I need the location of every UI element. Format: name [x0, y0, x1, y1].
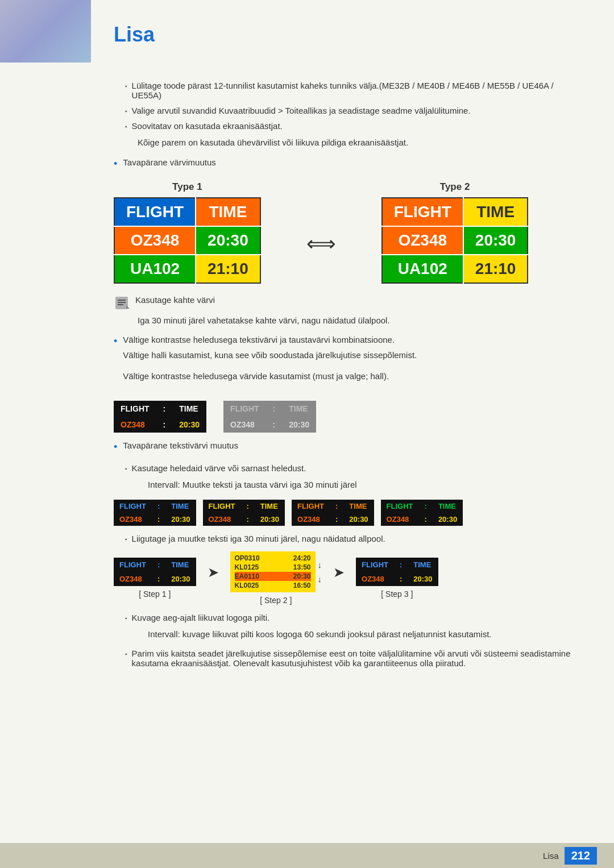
step1-oz: OZ348	[114, 572, 152, 586]
v4-time: TIME	[433, 500, 463, 513]
scroll-arrows: ↓ ↓	[318, 560, 322, 584]
extra-text-1: Kõige parem on kasutada ühevärvilist või…	[114, 136, 580, 149]
scroll-flight-2: KL0125	[235, 563, 259, 571]
scroll-flight-4: KL0025	[235, 582, 259, 589]
step1-colon: :	[152, 558, 165, 572]
black-time-cell: 20:30	[172, 417, 206, 433]
v1-time: TIME	[165, 500, 196, 513]
v3-time-val: 20:30	[343, 513, 374, 526]
scroll-row-3: EA0110 20:30	[235, 572, 311, 581]
sub-item-1: Lülitage toode pärast 12-tunnilist kasut…	[114, 81, 580, 100]
v3-data-colon: :	[330, 513, 343, 526]
type1-ua-row: UA102 21:10	[114, 255, 260, 283]
v4-flight: FLIGHT	[381, 500, 419, 513]
type2-oz-row: OZ348 20:30	[382, 226, 528, 255]
v1-flight: FLIGHT	[114, 500, 152, 513]
section5-sub-1-text: Kuvage aeg-ajalt liikuvat logoga pilti.	[132, 613, 270, 622]
svg-rect-2	[118, 302, 126, 303]
type2-ua-row: UA102 21:10	[382, 255, 528, 283]
black-oz-cell: OZ348	[114, 417, 156, 433]
gray-time-cell: 20:30	[282, 417, 316, 433]
step2-content: OP0310 24:20 KL0125 13:50 EA0110 20:30	[230, 551, 322, 592]
page-title: Lisa	[114, 23, 580, 47]
v1-colon: :	[152, 500, 165, 513]
note-row: Kasutage kahte värvi	[114, 295, 580, 311]
page-footer: Lisa 212	[0, 843, 614, 868]
gray-header-colon: :	[266, 401, 283, 417]
v3-colon: :	[330, 500, 343, 513]
v2-colon: :	[240, 500, 254, 513]
section4-sub-1: Liigutage ja muutke teksti iga 30 minuti…	[114, 534, 580, 543]
step1-time: TIME	[165, 558, 196, 572]
gray-header-row: FLIGHT : TIME	[223, 401, 316, 417]
type1-2030-cell: 20:30	[196, 226, 260, 255]
arrow-between: ⟺	[306, 232, 336, 256]
v4-time-val: 20:30	[433, 513, 463, 526]
section5-extra: Intervall: kuvage liikuvat pilti koos lo…	[114, 628, 580, 641]
type2-table: FLIGHT TIME OZ348 20:30 UA102 21:10	[381, 197, 529, 284]
v2-oz: OZ348	[203, 513, 241, 526]
section3-sub-1-text: Kasutage heledaid värve või sarnast hele…	[132, 463, 306, 473]
step1-item: FLIGHT : TIME OZ348 : 20:30 [ Step 1 ]	[114, 558, 196, 599]
black-data-row: OZ348 : 20:30	[114, 417, 206, 433]
sub-item-2-text: Valige arvutil suvandid Kuvaatribuudid >…	[132, 106, 471, 115]
v4-oz: OZ348	[381, 513, 419, 526]
v1-oz: OZ348	[114, 513, 152, 526]
svg-rect-1	[118, 300, 126, 301]
v3-flight: FLIGHT	[292, 500, 330, 513]
type2-flight-cell: FLIGHT	[382, 198, 463, 226]
v1-data-row: OZ348 : 20:30	[114, 513, 196, 526]
step3-data-colon: :	[394, 572, 408, 586]
footer-content: Lisa 212	[543, 847, 597, 865]
type-comparison: Type 1 FLIGHT TIME OZ348 20:30 UA102 21:…	[114, 181, 580, 284]
v3-time: TIME	[343, 500, 374, 513]
scroll-time-2: 13:50	[293, 563, 311, 571]
main-bullet-2-content: Vältige kontrastse heledusega tekstivärv…	[123, 335, 417, 391]
step1-time-val: 20:30	[165, 572, 196, 586]
section5-sub-1: Kuvage aeg-ajalt liikuvat logoga pilti.	[114, 613, 580, 622]
svg-rect-3	[118, 304, 123, 305]
section3-interval: Intervall: Muutke teksti ja tausta värvi…	[114, 479, 580, 492]
v2-flight: FLIGHT	[203, 500, 241, 513]
step2-item: OP0310 24:20 KL0125 13:50 EA0110 20:30	[230, 551, 322, 605]
type1-header-row: FLIGHT TIME	[114, 198, 260, 226]
header-accent	[0, 0, 91, 63]
type2-2110-cell: 21:10	[463, 255, 528, 283]
note-svg	[114, 295, 130, 311]
steps-row: FLIGHT : TIME OZ348 : 20:30 [ Step 1 ] ➤	[114, 551, 580, 605]
variant3-table: FLIGHT : TIME OZ348 : 20:30	[292, 500, 374, 526]
type2-block: Type 2 FLIGHT TIME OZ348 20:30 UA102 21:…	[381, 181, 529, 284]
section2-line1: Vältige halli kasutamist, kuna see võib …	[123, 349, 417, 362]
type1-oz-cell: OZ348	[114, 226, 196, 255]
color-cycle-row: FLIGHT : TIME OZ348 : 20:30 FLIGHT : TIM…	[114, 500, 580, 526]
arrow-right-2: ➤	[333, 564, 345, 580]
main-bullet-3: Tavapärane tekstivärvi muutus	[114, 441, 580, 453]
type1-label: Type 1	[172, 181, 202, 193]
type1-time-cell: TIME	[196, 198, 260, 226]
scroll-row-2: KL0125 13:50	[235, 563, 311, 572]
scroll-time-1: 24:20	[293, 554, 311, 562]
black-version-table: FLIGHT : TIME OZ348 : 20:30	[114, 401, 206, 433]
section6-sub-list: Parim viis kaitsta seadet järelkujutise …	[114, 649, 580, 668]
v1-data-colon: :	[152, 513, 165, 526]
v2-header-row: FLIGHT : TIME	[203, 500, 285, 513]
v2-data-colon: :	[240, 513, 254, 526]
scroll-flight-1: OP0310	[235, 554, 260, 562]
down-arrow-1: ↓	[318, 560, 322, 570]
step1-table: FLIGHT : TIME OZ348 : 20:30	[114, 558, 196, 586]
v4-header-row: FLIGHT : TIME	[381, 500, 463, 513]
section4-sub-list: Liigutage ja muutke teksti iga 30 minuti…	[114, 534, 580, 543]
small-flight-section: FLIGHT : TIME OZ348 : 20:30 FLIGHT : TIM…	[114, 401, 580, 433]
v4-colon: :	[419, 500, 433, 513]
gray-oz-cell: OZ348	[223, 417, 266, 433]
variant2-table: FLIGHT : TIME OZ348 : 20:30	[203, 500, 285, 526]
section6-sub-1-text: Parim viis kaitsta seadet järelkujutise …	[132, 649, 580, 668]
footer-page-number: 212	[565, 847, 597, 865]
section4-sub-1-text: Liigutage ja muutke teksti iga 30 minuti…	[132, 534, 385, 543]
type1-block: Type 1 FLIGHT TIME OZ348 20:30 UA102 21:…	[114, 181, 261, 284]
black-header-time: TIME	[172, 401, 206, 417]
type2-2030-cell: 20:30	[463, 226, 528, 255]
step3-time-val: 20:30	[408, 572, 438, 586]
scroll-list: OP0310 24:20 KL0125 13:50 EA0110 20:30	[230, 551, 316, 592]
main-bullet-1: Tavapärane värvimuutus	[114, 157, 580, 170]
